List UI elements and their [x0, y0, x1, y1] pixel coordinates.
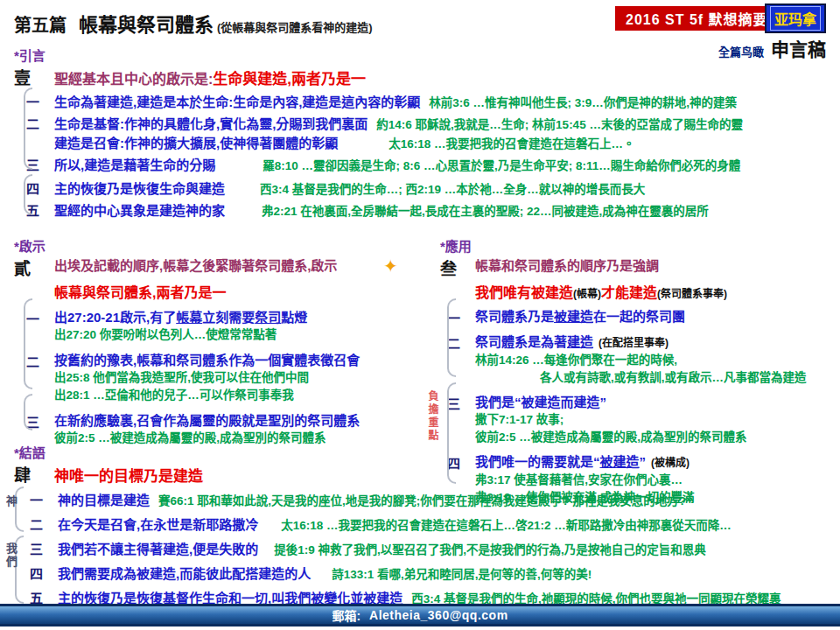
item-text: 在一起的祭司團 — [593, 309, 685, 324]
emphasis-text: 才能建造 — [601, 285, 657, 300]
list-item: 四 我們需要成為被建造,而能彼此配搭建造的人詩133:1 看哪,弟兄和睦同居,是… — [14, 565, 836, 584]
item-text-underlined: 祭司 — [255, 310, 281, 325]
group-bracket — [447, 298, 456, 377]
emphasis-paren: (帳幕) — [573, 288, 601, 300]
list-item: 三 在新約應驗裏,召會作為屬靈的殿就是聖別的祭司體系 彼前2:5 …被建造成為屬… — [14, 412, 436, 447]
item-text: 主的恢復乃是恢復生命與建造 — [54, 181, 225, 196]
list-item: 一 生命為著建造,建造是本於生命:生命是內容,建造是這內容的彰顯林前3:6 …惟… — [14, 93, 833, 112]
slide-page: 第五篇帳幕與祭司體系(從帳幕與祭司體系看神的建造) 2016 ST 5f 默想摘… — [0, 0, 840, 630]
section-lead: 聖經基本且中心的啟示是: — [54, 67, 213, 88]
group-bracket — [24, 394, 32, 430]
item-text: 祭司體系是為著 — [475, 334, 567, 349]
list-item: 二 祭司體系是為著建造(在配搭里事奉) 林前14:26 …每逢你們聚在一起的時候… — [440, 333, 836, 387]
scripture-ref: 出25:8 他們當為我造聖所,使我可以住在他們中間 — [54, 369, 436, 387]
item-number: 四 — [14, 179, 54, 198]
scripture-ref: 彼前2:5 …被建造成為屬靈的殿,成為聖別的祭司體系 — [475, 429, 836, 446]
item-text: 所以,建造是藉著生命的分賜 — [54, 158, 215, 172]
item-number: 三 — [440, 394, 475, 412]
item-text: 立刻需要 — [202, 310, 255, 325]
item-text: 在今天是召會,在永世是新耶路撒冷 — [58, 517, 258, 532]
group-bracket — [24, 298, 32, 389]
section-revelation: *啟示 貳 出埃及記載的順序,帳幕之後緊聯著祭司體系,啟示 ✦ 帳幕與祭司體系,… — [14, 240, 436, 455]
list-item: 一 神的目標是建造賽66:1 耶和華如此說,天是我的座位,地是我的腳凳;你們要在… — [14, 492, 836, 510]
group-bracket — [24, 174, 32, 215]
scripture-ref: 弗2:21 在祂裏面,全房聯結一起,長成在主裏的聖殿; 22…同被建造,成為神在… — [262, 205, 709, 218]
scripture-ref: 各人或有詩歌,或有教訓,或有啟示…凡事都當為建造 — [540, 369, 836, 387]
list-item: 五 聖經的中心異象是建造神的家弗2:21 在祂裏面,全房聯結一起,長成在主裏的聖… — [14, 201, 833, 220]
footer-label: 郵箱: — [332, 606, 360, 624]
item-text-underlined: 建造 — [567, 334, 593, 349]
item-number: 三 — [14, 412, 54, 430]
item-text: 我們是“被建造而建造” — [475, 394, 836, 411]
section-emphasis: 生命與建造,兩者乃是一 — [213, 66, 366, 88]
item-number: 二 — [440, 333, 475, 352]
summary-badge: 2016 ST 5f 默想摘要 — [615, 6, 779, 31]
group-bracket — [24, 88, 32, 170]
burden-note: 負擔重點 — [425, 390, 440, 443]
section-number: 貳 — [14, 256, 54, 279]
item-text: 生命是基督:作神的具體化身,實化為靈,分賜到我們裏面 — [54, 116, 368, 131]
section-conclusion: *結語 肆 神唯一的目標乃是建造 一 神的目標是建造賽66:1 耶和華如此說,天… — [14, 446, 836, 614]
scripture-ref: 彼前2:5 …被建造成為屬靈的殿,成為聖別的祭司體系 — [54, 430, 436, 447]
scripture-ref: 羅8:10 …靈卻因義是生命; 8:6 …心思置於靈,乃是生命平安; 8:11…… — [262, 159, 740, 172]
list-item: 三 所以,建造是藉著生命的分賜羅8:10 …靈卻因義是生命; 8:6 …心思置於… — [14, 156, 833, 175]
footer-email: Aletheia_360@qq.com — [369, 608, 508, 622]
scripture-ref: 提後1:9 神救了我們,以聖召召了我們,不是按我們的行為,乃是按祂自己的定旨和恩… — [274, 543, 706, 556]
page-subtitle: (從帳幕與祭司體系看神的建造) — [217, 21, 373, 34]
scripture-ref: 詩133:1 看哪,弟兄和睦同居,是何等的善,何等的美! — [332, 568, 592, 581]
list-item: 四 主的恢復乃是恢復生命與建造西3:4 基督是我們的生命…; 西2:19 …本於… — [14, 179, 833, 199]
header: 第五篇帳幕與祭司體系(從帳幕與祭司體系看神的建造) — [14, 9, 373, 37]
emphasis-paren: (祭司體系事奉) — [657, 288, 727, 300]
item-number: 二 — [14, 352, 54, 370]
list-item: 一 出27:20-21啟示,有了帳幕立刻需要祭司點燈 出27:20 你要吩咐以色… — [14, 309, 436, 344]
item-text: 祭司體系乃是 — [475, 309, 554, 324]
list-item: 二 生命是基督:作神的具體化身,實化為靈,分賜到我們裏面約14:6 耶穌說,我就… — [14, 115, 833, 153]
item-paren: (在配搭里事奉) — [598, 337, 668, 349]
item-number: 一 — [14, 93, 54, 111]
section-tag-revelation: *啟示 — [14, 240, 436, 254]
group-bracket — [15, 486, 24, 532]
list-item: 一 祭司體系乃是被建造在一起的祭司團 — [440, 308, 836, 326]
item-number: 一 — [440, 308, 475, 326]
list-item: 三 我們是“被建造而建造” 撒下7:1-17 故事; 彼前2:5 …被建造成為屬… — [440, 394, 836, 446]
item-text: 建造是召會:作神的擴大擴展,使神得著團體的彰顯 — [54, 136, 338, 150]
scripture-ref: 出27:20 你要吩咐以色列人…使燈常常點著 — [54, 326, 436, 344]
amana-badge[interactable]: 亚玛拿 — [765, 4, 826, 33]
item-number: 二 — [14, 115, 54, 133]
section-number: 肆 — [14, 462, 54, 486]
item-text: 按舊約的豫表,帳幕和祭司體系作為一個實體表徵召會 — [54, 352, 436, 369]
item-text-underlined: 被建造 — [554, 309, 593, 324]
scripture-ref: 林前3:6 …惟有神叫他生長; 3:9…你們是神的耕地,神的建築 — [429, 96, 737, 109]
item-text-underlined: 帳幕 — [176, 310, 202, 325]
margin-label-god: 神 — [3, 495, 19, 508]
section-tag-conclusion: *結語 — [14, 446, 836, 460]
emphasis-text: 我們唯有被建造 — [475, 285, 573, 300]
scripture-ref: 出28:1 …亞倫和他的兒子…可以作祭司事奉我 — [54, 387, 436, 404]
star-icon: ✦ — [383, 256, 398, 276]
section-intro: *引言 壹 聖經基本且中心的啟示是: 生命與建造,兩者乃是一 一 生命為著建造,… — [14, 49, 833, 223]
item-text: 神的目標是建造 — [58, 493, 150, 508]
scripture-ref: 西3:4 基督是我們的生命…; 西2:19 …本於祂…全身…就以神的增長而長大 — [260, 183, 645, 196]
section-emphasis: 帳幕與祭司體系,兩者乃是一 — [54, 281, 436, 302]
part-label: 第五篇 — [14, 16, 66, 35]
scripture-ref: 林前14:26 …每逢你們聚在一起的時候, — [475, 352, 836, 369]
summary-badge-label: 2016 ST 5f 默想摘要 — [626, 8, 768, 29]
scripture-ref: 賽66:1 耶和華如此說,天是我的座位,地是我的腳凳;你們要在那裡為我建造殿宇?… — [158, 494, 686, 508]
item-text: 生命為著建造,建造是本於生命:生命是內容,建造是這內容的彰顯 — [54, 94, 420, 109]
scripture-ref: 太16:18 …我要把我的召會建造在這磐石上…。 — [388, 137, 634, 150]
section-lead: 出埃及記載的順序,帳幕之後緊聯著祭司體系,啟示 — [54, 256, 337, 279]
item-text: 我們若不讓主得著建造,便是失敗的 — [58, 542, 258, 556]
item-text: 出27:20-21啟示,有了 — [54, 310, 176, 325]
list-item: 二 按舊約的豫表,帳幕和祭司體系作為一個實體表徵召會 出25:8 他們當為我造聖… — [14, 352, 436, 404]
item-number: 三 — [14, 156, 54, 174]
list-item: 三 我們若不讓主得著建造,便是失敗的提後1:9 神救了我們,以聖召召了我們,不是… — [14, 541, 836, 559]
item-number: 五 — [14, 201, 54, 220]
item-text: 點燈 — [281, 310, 307, 325]
footer-bar: 郵箱: Aletheia_360@qq.com — [0, 604, 840, 626]
section-tag-intro: *引言 — [14, 49, 833, 63]
group-bracket — [447, 382, 456, 484]
scripture-ref: 太16:18 …我要把我的召會建造在這磐石上…啓21:2 …新耶路撒冷由神那裏從… — [281, 519, 732, 532]
scripture-ref: 約14:6 耶穌說,我就是…生命; 林前15:45 …末後的亞當成了賜生命的靈 — [376, 118, 743, 131]
item-text: 在新約應驗裏,召會作為屬靈的殿就是聖別的祭司體系 — [54, 412, 436, 430]
item-text: 我們需要成為被建造,而能彼此配搭建造的人 — [58, 566, 311, 581]
